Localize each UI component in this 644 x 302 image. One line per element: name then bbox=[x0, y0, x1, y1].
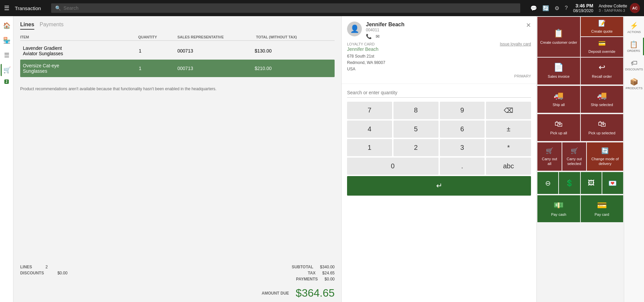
pay-cash-tile[interactable]: 💵 Pay cash bbox=[537, 195, 580, 222]
item-total-2: $210.00 bbox=[255, 66, 332, 71]
item-name-1: Lavender GradientAviator Sunglasses bbox=[23, 45, 139, 56]
key-3[interactable]: 3 bbox=[440, 139, 485, 156]
tab-payments[interactable]: Payments bbox=[40, 22, 64, 30]
refresh-icon[interactable]: 🔄 bbox=[542, 5, 549, 11]
sidebar-actions[interactable]: ⚡ ACTIONS bbox=[626, 19, 642, 36]
customer-order-icon: 📋 bbox=[554, 29, 564, 38]
customer-header: 👤 Jennifer Beach 004011 📞 ✉ ✕ bbox=[347, 22, 531, 39]
pay-card-tile[interactable]: 💳 Pay card bbox=[581, 195, 623, 222]
key-5[interactable]: 5 bbox=[393, 121, 439, 138]
key-plusminus[interactable]: ± bbox=[486, 121, 531, 138]
change-mode-icon: 🔄 bbox=[601, 147, 609, 155]
key-8[interactable]: 8 bbox=[393, 102, 439, 119]
key-6[interactable]: 6 bbox=[440, 121, 485, 138]
carry-out-selected-icon: 🛒 bbox=[571, 147, 578, 155]
help-icon[interactable]: ? bbox=[565, 5, 568, 11]
quantity-search-input[interactable] bbox=[347, 88, 531, 98]
sales-invoice-icon: 📄 bbox=[554, 63, 564, 72]
close-customer-button[interactable]: ✕ bbox=[526, 22, 531, 29]
key-enter[interactable]: ↵ bbox=[347, 176, 531, 196]
phone-icon[interactable]: 📞 bbox=[366, 34, 372, 39]
create-quote-tile[interactable]: 📝 Create quote bbox=[581, 17, 623, 36]
key-7[interactable]: 7 bbox=[347, 102, 392, 119]
gift-tile[interactable]: 💌 bbox=[602, 172, 623, 194]
payments-label: PAYMENTS bbox=[296, 277, 318, 281]
pickup-selected-tile[interactable]: 🛍 Pick up selected bbox=[581, 114, 623, 141]
carry-out-all-tile[interactable]: 🛒 Carry out all bbox=[537, 142, 562, 171]
image-tile[interactable]: 🖼 bbox=[581, 172, 602, 194]
gift-icon: 💌 bbox=[608, 179, 617, 187]
topbar-icons: 💬 🔄 ⚙ ? 3:46 PM 08/19/2020 Andrew Collet… bbox=[530, 3, 640, 13]
key-0[interactable]: 0 bbox=[347, 158, 439, 175]
sidebar-orders[interactable]: 📋 ORDERS bbox=[624, 38, 644, 55]
keypad-grid: 7 8 9 ⌫ 4 5 6 ± 1 2 3 * 0 . abc ↵ bbox=[347, 102, 531, 196]
change-mode-delivery-tile[interactable]: 🔄 Change mode of delivery bbox=[587, 142, 623, 171]
payments-value: $0.00 bbox=[325, 277, 335, 281]
sidebar-menu[interactable]: ☰ bbox=[1, 49, 13, 61]
key-2[interactable]: 2 bbox=[393, 139, 439, 156]
customer-avatar: 👤 bbox=[347, 22, 362, 36]
customer-name: Jennifer Beach bbox=[366, 22, 405, 28]
user-avatar[interactable]: AC bbox=[630, 3, 640, 13]
ship-all-tile[interactable]: 🚚 Ship all bbox=[537, 86, 580, 113]
info-box: Product recommendations aren't available… bbox=[20, 84, 335, 94]
customer-card: 👤 Jennifer Beach 004011 📞 ✉ ✕ LOYALTY CA… bbox=[342, 16, 536, 84]
tiles-section: 📋 Create customer order 📝 Create quote 💳… bbox=[537, 16, 624, 302]
discounts-label: DISCOUNTS bbox=[20, 271, 44, 275]
table-header: ITEM QUANTITY SALES REPRESENTATIVE TOTAL… bbox=[20, 34, 335, 41]
key-decimal[interactable]: . bbox=[440, 158, 485, 175]
key-multiply[interactable]: * bbox=[486, 139, 531, 156]
discount-icon: ⊖ bbox=[545, 179, 551, 187]
amount-due-row: AMOUNT DUE $364.65 bbox=[13, 284, 341, 302]
recall-order-tile[interactable]: ↩ Recall order bbox=[581, 58, 623, 85]
summary-left: LINES 2 DISCOUNTS $0.00 bbox=[20, 265, 68, 281]
summary-right: SUBTOTAL $340.00 TAX $24.65 PAYMENTS $0.… bbox=[292, 265, 335, 281]
email-icon[interactable]: ✉ bbox=[376, 34, 380, 39]
key-abc[interactable]: abc bbox=[486, 158, 531, 175]
search-icon: 🔍 bbox=[55, 5, 61, 11]
info-text: Product recommendations aren't available… bbox=[20, 87, 335, 91]
sidebar-store[interactable]: 🏪 bbox=[1, 34, 13, 46]
settings-icon[interactable]: ⚙ bbox=[555, 5, 559, 11]
ship-selected-tile[interactable]: 🚚 Ship selected bbox=[581, 86, 623, 113]
key-backspace[interactable]: ⌫ bbox=[486, 102, 531, 119]
clock: 3:46 PM 08/19/2020 bbox=[573, 3, 593, 13]
sidebar-cart[interactable]: 🛒 bbox=[1, 64, 13, 76]
transaction-panel: Lines Payments ITEM QUANTITY SALES REPRE… bbox=[13, 16, 341, 262]
carry-out-selected-tile[interactable]: 🛒 Carry out selected bbox=[562, 142, 586, 171]
pay-card-icon: 💳 bbox=[597, 201, 607, 210]
discount-tile[interactable]: ⊖ bbox=[537, 172, 558, 194]
tab-lines[interactable]: Lines bbox=[20, 22, 34, 30]
loyalty-label: LOYALTY CARD bbox=[347, 42, 375, 46]
search-input[interactable] bbox=[64, 5, 517, 11]
pay-cash-icon: 💵 bbox=[554, 201, 564, 210]
right-panel: 👤 Jennifer Beach 004011 📞 ✉ ✕ LOYALTY CA… bbox=[341, 16, 536, 302]
discounts-icon: 🏷 bbox=[631, 59, 638, 67]
item-total-1: $130.00 bbox=[255, 48, 332, 54]
subtotal-label: SUBTOTAL bbox=[292, 265, 313, 269]
key-1[interactable]: 1 bbox=[347, 139, 392, 156]
main-layout: 🏠 🏪 ☰ 🛒 2 Lines Payments ITEM QUANTITY S… bbox=[0, 16, 644, 302]
table-row[interactable]: Lavender GradientAviator Sunglasses 1 00… bbox=[20, 42, 335, 60]
sidebar-home[interactable]: 🏠 bbox=[1, 20, 13, 32]
search-box[interactable]: 🔍 bbox=[51, 3, 521, 13]
issue-loyalty-link[interactable]: Issue loyalty card bbox=[500, 42, 531, 46]
sidebar-badge: 2 bbox=[4, 79, 9, 84]
customer-contact: 📞 ✉ bbox=[366, 34, 405, 39]
chat-icon[interactable]: 💬 bbox=[530, 5, 537, 11]
create-customer-order-tile[interactable]: 📋 Create customer order bbox=[537, 17, 580, 57]
sales-invoice-tile[interactable]: 📄 Sales invoice bbox=[537, 58, 580, 85]
sidebar-products[interactable]: 📦 PRODUCTS bbox=[624, 75, 644, 93]
customer-name-link[interactable]: Jennifer Beach bbox=[347, 46, 531, 52]
hamburger-menu[interactable]: ☰ bbox=[4, 4, 9, 12]
table-row[interactable]: Oversize Cat-eyeSunglasses 1 000713 $210… bbox=[20, 60, 335, 77]
deposit-override-icon: 💳 bbox=[598, 40, 606, 47]
deposit-override-tile[interactable]: 💳 Deposit override bbox=[581, 37, 623, 57]
key-4[interactable]: 4 bbox=[347, 121, 392, 138]
price-tile[interactable]: 💲 bbox=[559, 172, 580, 194]
tabs: Lines Payments bbox=[20, 22, 335, 30]
key-9[interactable]: 9 bbox=[440, 102, 485, 119]
pickup-all-tile[interactable]: 🛍 Pick up all bbox=[537, 114, 580, 141]
pickup-all-icon: 🛍 bbox=[555, 119, 563, 129]
sidebar-discounts[interactable]: 🏷 DISCOUNTS bbox=[624, 57, 644, 74]
